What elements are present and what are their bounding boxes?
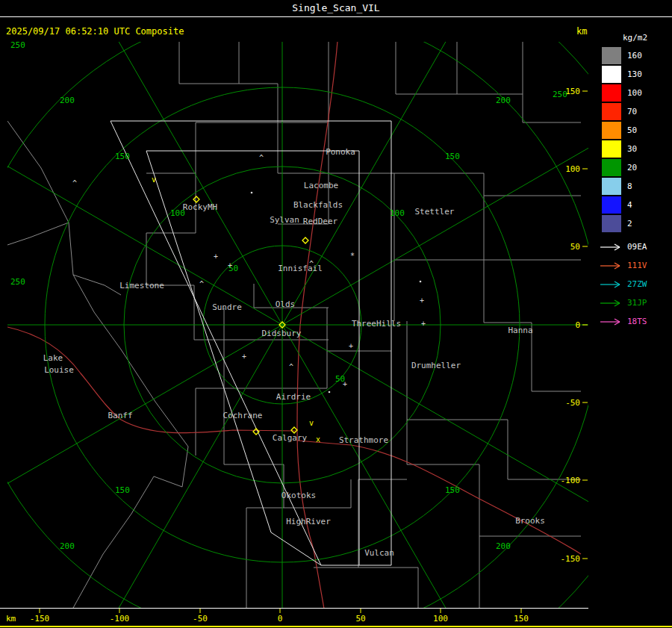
place-label: Blackfalds [293,200,343,210]
place-label: Limestone [119,281,164,290]
place-label: Brooks [515,516,545,526]
colorbar-unit-label: kg/m2 [623,33,672,43]
colorbar-value: 20 [627,163,637,172]
colorbar-swatch [602,66,621,83]
right-tick-label: -150 [561,554,581,564]
range-label: 150 [445,152,460,161]
map-symbol-v: v [309,419,314,427]
county-boundary [146,285,224,340]
colorbar-entry: 70 [602,102,672,121]
colorbar-entry: 130 [602,65,672,84]
place-label: Calgary [273,433,308,443]
radar-site-id: 111V [627,261,647,270]
place-label: Innisfail [278,264,323,273]
colorbar-entry: 160 [602,46,672,65]
bottom-tick-label: 50 [355,614,365,624]
map-dot-marker [329,391,331,394]
colorbar-entry: 2 [602,214,672,233]
town-marker-diamond [291,427,297,433]
vil-colorbar: kg/m2 16013010070503020842 [602,33,672,233]
place-label: Louise [44,365,74,375]
range-label: 150 [115,485,130,495]
place-label: Sylvan [270,215,299,225]
radar-map-canvas[interactable]: 2502001501005025020015010050150200150200… [0,0,594,628]
place-label: Lake [43,353,63,363]
place-label: Stettler [415,207,455,217]
place-label: Strathmore [339,435,388,445]
radar-site-legend: 09EA111V27ZW31JP18TS [599,237,672,331]
bottom-tick-label: -150 [30,614,50,624]
colorbar-swatch [602,196,621,214]
radar-site-id: 18TS [627,317,647,326]
colorbar-swatch [602,84,621,102]
radar-arrow-icon [599,299,624,308]
county-boundary [278,122,329,173]
county-boundary [407,321,581,479]
county-boundary [146,173,196,285]
right-tick-label: -100 [561,476,581,485]
place-label: RockyMH [183,202,217,212]
place-label: Didsbury [262,329,302,338]
place-label: Vulcan [364,548,394,558]
colorbar-entry: 8 [602,177,672,196]
azimuth-spoke [73,325,282,628]
colorbar-entries: 16013010070503020842 [602,46,672,233]
colorbar-swatch [602,140,621,158]
bottom-axis-unit: km [6,614,16,624]
azimuth-spoke [0,325,282,534]
radar-site-id: 09EA [627,242,647,252]
range-label: 250 [10,40,25,50]
radar-site-row: 18TS [599,312,672,331]
map-symbol-^: ^ [289,363,293,371]
place-label: RedDeer [303,217,338,226]
range-label: 200 [60,541,75,551]
range-label: 200 [60,96,75,105]
bottom-tick-label: 100 [433,614,448,624]
county-boundary [407,420,581,536]
place-label: HighRiver [286,517,331,526]
radar-arrow-icon [599,243,624,252]
right-tick-label: 150 [565,87,580,96]
azimuth-spoke [73,0,282,325]
county-boundary [73,275,121,295]
colorbar-entry: 20 [602,158,672,177]
azimuth-spoke [282,325,594,534]
colorbar-value: 30 [627,144,637,154]
radar-site-row: 111V [599,256,672,275]
colorbar-value: 2 [627,219,632,228]
highway [297,441,581,554]
map-symbol-v: v [152,175,156,184]
bottom-tick-label: 0 [278,614,283,624]
map-symbol-x: x [316,435,320,444]
place-label: Banff [108,411,132,420]
county-boundary [358,479,418,608]
place-label: Cochrane [223,411,263,420]
map-dot-marker [251,192,253,194]
map-symbol-+: + [421,320,426,328]
place-label: Olds [276,299,296,309]
colorbar-swatch [602,159,621,176]
radar-site-row: 31JP [599,293,672,312]
range-label: 100 [390,208,405,218]
colorbar-swatch [602,178,621,195]
map-layers: 2502001501005025020015010050150200150200… [0,0,594,628]
place-label: Airdrie [276,392,311,402]
map-symbol-+: + [349,342,353,350]
colorbar-entry: 4 [602,196,672,214]
map-symbol-+: + [214,252,218,261]
radar-arrow-icon [599,280,624,289]
map-symbol-+: + [242,352,246,361]
map-symbol-^: ^ [72,179,77,187]
colorbar-entry: 50 [602,121,672,140]
county-boundary [396,42,457,94]
radar-app: { "window": { "title": "Single_Scan_VIL"… [0,0,672,628]
place-label: Drumheller [411,361,461,370]
county-boundary [523,94,581,122]
bottom-tick-label: -100 [110,614,130,624]
place-label: Ponoka [326,147,355,157]
radar-site-row: 27ZW [599,275,672,293]
right-tick-label: 0 [575,320,580,330]
place-label: Hanna [508,326,532,335]
colorbar-swatch [602,122,621,139]
azimuth-spoke [0,116,282,325]
